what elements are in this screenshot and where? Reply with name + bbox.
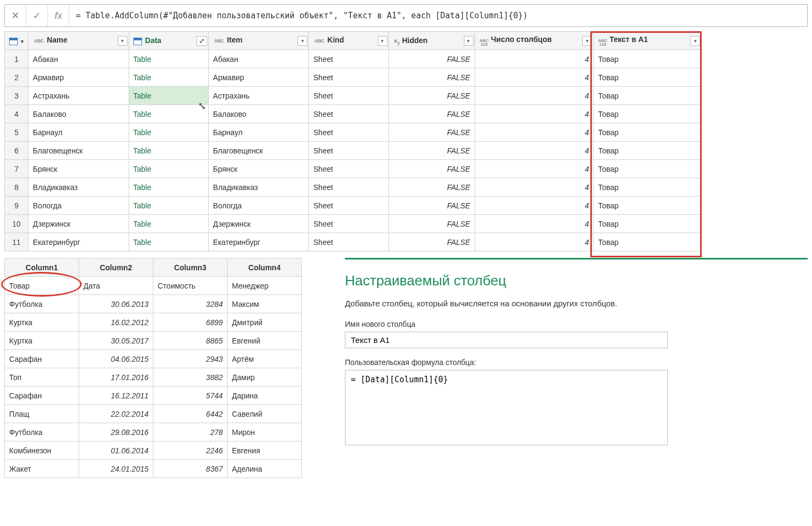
cell-item[interactable]: Армавир [208, 68, 308, 87]
cell-count[interactable]: 4 [475, 142, 594, 160]
formula-cancel-icon[interactable]: ✕ [5, 5, 26, 26]
cell-data-link[interactable]: Table [129, 160, 208, 178]
filter-icon[interactable]: ▾ [464, 36, 474, 46]
preview-cell[interactable]: Дарина [228, 387, 302, 405]
cell-hidden[interactable]: FALSE [389, 105, 475, 123]
cell-hidden[interactable]: FALSE [389, 178, 475, 197]
cell-count[interactable]: 4 [475, 160, 594, 178]
cell-count[interactable]: 4 [475, 215, 594, 233]
col-header-kind[interactable]: Kind▾ [309, 32, 389, 50]
col-header-hidden[interactable]: ✕y Hidden▾ [389, 32, 475, 50]
table-row[interactable]: Сарафан16.12.20115744Дарина [5, 387, 302, 405]
cell-name[interactable]: Благовещенск [29, 142, 129, 160]
row-number[interactable]: 7 [5, 160, 29, 178]
cell-count[interactable]: 4 [475, 233, 594, 251]
table-row[interactable]: 7БрянскTableБрянскSheetFALSE4Товар [5, 160, 702, 178]
preview-cell[interactable]: Аделина [228, 460, 302, 478]
preview-cell[interactable]: 01.06.2014 [79, 441, 153, 460]
cell-hidden[interactable]: FALSE [389, 197, 475, 215]
cell-text-a1[interactable]: Товар [594, 233, 702, 251]
cell-text-a1[interactable]: Товар [594, 50, 702, 68]
column-name-input[interactable] [345, 332, 668, 348]
cell-hidden[interactable]: FALSE [389, 142, 475, 160]
col-header-text-a1[interactable]: ABC123 Текст в A1▾ [594, 32, 702, 50]
table-row[interactable]: 10ДзержинскTableДзержинскSheetFALSE4Това… [5, 215, 702, 233]
table-row[interactable]: Плащ22.02.20146442Савелий [5, 405, 302, 423]
row-number[interactable]: 11 [5, 233, 29, 251]
table-row[interactable]: Сарафан04.06.20152943Артём [5, 350, 302, 368]
row-number[interactable]: 4 [5, 105, 29, 123]
cell-item[interactable]: Благовещенск [208, 142, 308, 160]
preview-cell[interactable]: 04.06.2015 [79, 350, 153, 368]
table-row[interactable]: 6БлаговещенскTableБлаговещенскSheetFALSE… [5, 142, 702, 160]
formula-accept-icon[interactable]: ✓ [26, 5, 48, 26]
main-data-grid[interactable]: ▾ Name▾ Data⤢ Item▾ Kind▾ ✕y Hidden▾ ABC… [4, 31, 702, 251]
table-row[interactable]: 3АстраханьTableАстраханьSheetFALSE4Товар [5, 87, 702, 105]
preview-cell[interactable]: Евгения [228, 441, 302, 460]
cell-data-link[interactable]: Table [129, 68, 208, 87]
preview-col-header[interactable]: Column1 [5, 258, 79, 277]
cell-hidden[interactable]: FALSE [389, 160, 475, 178]
cell-data-link[interactable]: Table [129, 105, 208, 123]
cell-name[interactable]: Екатеринбург [29, 233, 129, 251]
cell-kind[interactable]: Sheet [309, 123, 389, 142]
preview-cell[interactable]: Жакет [5, 460, 79, 478]
cell-count[interactable]: 4 [475, 178, 594, 197]
cell-kind[interactable]: Sheet [309, 160, 389, 178]
preview-cell[interactable]: Футболка [5, 423, 79, 441]
cell-name[interactable]: Балаково [29, 105, 129, 123]
preview-cell[interactable]: 6899 [153, 313, 228, 332]
preview-cell[interactable]: Плащ [5, 405, 79, 423]
cell-count[interactable]: 4 [475, 87, 594, 105]
cell-kind[interactable]: Sheet [309, 50, 389, 68]
preview-cell[interactable]: Сарафан [5, 350, 79, 368]
table-row[interactable]: 4БалаковоTableБалаковоSheetFALSE4Товар [5, 105, 702, 123]
cell-kind[interactable]: Sheet [309, 87, 389, 105]
filter-icon[interactable]: ▾ [298, 36, 307, 46]
table-row[interactable]: Комбинезон01.06.20142246Евгения [5, 441, 302, 460]
table-row[interactable]: 5БарнаулTableБарнаулSheetFALSE4Товар [5, 123, 702, 142]
cell-text-a1[interactable]: Товар [594, 160, 702, 178]
preview-cell[interactable]: Куртка [5, 313, 79, 332]
cell-name[interactable]: Армавир [29, 68, 129, 87]
cell-item[interactable]: Астрахань [208, 87, 308, 105]
preview-cell[interactable]: 22.02.2014 [79, 405, 153, 423]
cell-name[interactable]: Вологда [29, 197, 129, 215]
preview-col-header[interactable]: Column4 [228, 258, 302, 277]
table-row[interactable]: 2АрмавирTableАрмавирSheetFALSE4Товар [5, 68, 702, 87]
row-number[interactable]: 8 [5, 178, 29, 197]
cell-count[interactable]: 4 [475, 50, 594, 68]
table-row[interactable]: Футболка30.06.20133284Максим [5, 295, 302, 313]
preview-cell[interactable]: 16.02.2012 [79, 313, 153, 332]
cell-text-a1[interactable]: Товар [594, 123, 702, 142]
preview-cell[interactable]: 29.08.2016 [79, 423, 153, 441]
cell-name[interactable]: Астрахань [29, 87, 129, 105]
cell-hidden[interactable]: FALSE [389, 50, 475, 68]
cell-hidden[interactable]: FALSE [389, 87, 475, 105]
table-row[interactable]: 1АбаканTableАбаканSheetFALSE4Товар [5, 50, 702, 68]
cell-count[interactable]: 4 [475, 197, 594, 215]
cell-text-a1[interactable]: Товар [594, 215, 702, 233]
table-row[interactable]: Куртка16.02.20126899Дмитрий [5, 313, 302, 332]
preview-cell[interactable]: Дата [79, 277, 153, 295]
row-number[interactable]: 2 [5, 68, 29, 87]
preview-cell[interactable]: 8865 [153, 332, 228, 350]
preview-cell[interactable]: Стоимость [153, 277, 228, 295]
preview-col-header[interactable]: Column2 [79, 258, 153, 277]
row-number[interactable]: 1 [5, 50, 29, 68]
row-number[interactable]: 3 [5, 87, 29, 105]
cell-data-link[interactable]: Table [129, 50, 208, 68]
preview-cell[interactable]: Евгений [228, 332, 302, 350]
table-row[interactable]: Футболка29.08.2016278Мирон [5, 423, 302, 441]
preview-cell[interactable]: 6442 [153, 405, 228, 423]
table-row[interactable]: ТоварДатаСтоимостьМенеджер [5, 277, 302, 295]
preview-cell[interactable]: Товар [5, 277, 79, 295]
preview-cell[interactable]: 278 [153, 423, 228, 441]
preview-cell[interactable]: Артём [228, 350, 302, 368]
table-row[interactable]: 9ВологдаTableВологдаSheetFALSE4Товар [5, 197, 702, 215]
cell-data-link[interactable]: Table [129, 178, 208, 197]
preview-cell[interactable]: Футболка [5, 295, 79, 313]
cell-item[interactable]: Барнаул [208, 123, 308, 142]
row-number[interactable]: 9 [5, 197, 29, 215]
preview-cell[interactable]: 17.01.2016 [79, 368, 153, 387]
